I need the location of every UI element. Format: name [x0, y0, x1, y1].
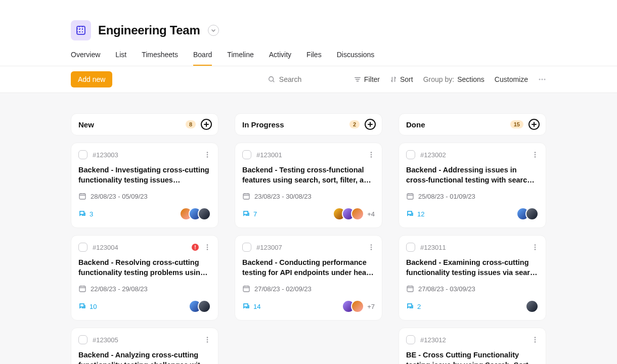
avatar[interactable]: [525, 300, 539, 313]
svg-point-4: [544, 79, 546, 80]
task-comments[interactable]: 12: [406, 210, 424, 218]
task-card[interactable]: #123005 Backend - Analyzing cross-cuttin…: [71, 328, 218, 364]
card-menu-icon[interactable]: [368, 244, 375, 251]
svg-point-19: [371, 156, 372, 158]
task-checkbox[interactable]: [242, 150, 251, 159]
task-checkbox[interactable]: [78, 335, 87, 344]
column-add-button[interactable]: [528, 119, 540, 130]
task-comments[interactable]: 3: [78, 210, 93, 218]
tab-list[interactable]: List: [115, 51, 126, 66]
tab-overview[interactable]: Overview: [71, 51, 100, 66]
task-assignees: +7: [342, 300, 375, 313]
task-card[interactable]: #123002 Backend - Addressing issues in c…: [399, 143, 546, 228]
task-id: #123003: [93, 151, 118, 159]
title-chevron-icon[interactable]: [208, 25, 219, 36]
toolbar: Add new Filter Sort Group by: Sections C…: [0, 66, 617, 93]
task-title: Backend - Resolving cross-cutting functi…: [78, 258, 211, 278]
svg-rect-32: [407, 286, 413, 292]
column-add-button[interactable]: [365, 119, 376, 130]
column-title: In Progress: [242, 120, 284, 129]
task-checkbox[interactable]: [242, 243, 251, 252]
task-id: #123004: [93, 244, 118, 251]
svg-point-30: [535, 247, 536, 248]
avatar[interactable]: [525, 207, 539, 220]
calendar-icon: [406, 285, 414, 293]
avatar[interactable]: [198, 300, 211, 313]
tab-discussions[interactable]: Discussions: [337, 51, 375, 66]
assignee-overflow: +4: [367, 210, 375, 218]
svg-point-34: [535, 339, 536, 341]
task-checkbox[interactable]: [406, 243, 415, 252]
task-dates: 25/08/23 - 01/09/23: [406, 192, 539, 200]
comments-icon: [242, 210, 250, 218]
comments-icon: [78, 210, 86, 218]
svg-rect-20: [243, 194, 249, 199]
svg-point-21: [371, 244, 372, 246]
tab-activity[interactable]: Activity: [269, 51, 291, 66]
more-icon[interactable]: [538, 75, 546, 83]
svg-point-17: [371, 152, 372, 153]
calendar-icon: [78, 285, 86, 293]
card-menu-icon[interactable]: [204, 336, 211, 343]
groupby-control[interactable]: Group by: Sections: [423, 75, 484, 83]
customize-button[interactable]: Customize: [495, 75, 528, 83]
comments-icon: [78, 302, 86, 310]
task-checkbox[interactable]: [78, 243, 87, 252]
task-card[interactable]: #123007 Backend - Conducting performance…: [235, 235, 382, 321]
avatar[interactable]: [351, 207, 364, 220]
task-checkbox[interactable]: [406, 150, 415, 159]
search[interactable]: [268, 75, 344, 83]
task-title: Backend - Conducting performance testing…: [242, 258, 375, 278]
task-title: Backend - Testing cross-functional featu…: [242, 165, 375, 185]
svg-point-13: [207, 337, 208, 339]
avatar[interactable]: [351, 300, 364, 313]
task-card[interactable]: #123012 BE - Cross Cutting Functionality…: [399, 328, 546, 364]
task-checkbox[interactable]: [406, 335, 415, 344]
column-title: Done: [406, 120, 425, 129]
task-card[interactable]: #123001 Backend - Testing cross-function…: [235, 143, 382, 228]
svg-point-3: [542, 79, 543, 80]
column-count-badge: 15: [510, 120, 523, 128]
column: Done 15 #123002 Backend - Addressing iss…: [399, 113, 546, 364]
task-comments[interactable]: 14: [242, 302, 260, 310]
svg-rect-24: [243, 286, 249, 292]
svg-point-33: [535, 337, 536, 339]
card-menu-icon[interactable]: [204, 244, 211, 251]
task-assignees: +4: [333, 207, 375, 220]
card-menu-icon[interactable]: [368, 151, 375, 158]
column-add-button[interactable]: [201, 119, 212, 130]
filter-button[interactable]: Filter: [354, 75, 380, 83]
svg-point-22: [371, 247, 372, 248]
avatar[interactable]: [198, 207, 211, 220]
task-card[interactable]: #123003 Backend - Investigating cross-cu…: [71, 143, 218, 228]
task-card[interactable]: #123011 Backend - Examining cross-cuttin…: [399, 235, 546, 321]
filter-icon: [354, 76, 361, 83]
card-menu-icon[interactable]: [204, 151, 211, 158]
sort-button[interactable]: Sort: [390, 75, 413, 83]
card-menu-icon[interactable]: [532, 244, 539, 251]
card-menu-icon[interactable]: [532, 151, 539, 158]
tab-files[interactable]: Files: [306, 51, 322, 66]
task-comments[interactable]: 7: [242, 210, 257, 218]
task-dates: 28/08/23 - 05/09/23: [78, 192, 211, 200]
svg-point-14: [207, 339, 208, 341]
tab-timeline[interactable]: Timeline: [227, 51, 253, 66]
column-header: In Progress 2: [235, 113, 382, 135]
svg-point-31: [535, 249, 536, 250]
svg-rect-0: [77, 26, 85, 34]
comments-icon: [406, 210, 414, 218]
search-input[interactable]: [279, 75, 344, 83]
task-title: Backend - Investigating cross-cutting fu…: [78, 165, 211, 185]
add-new-button[interactable]: Add new: [71, 71, 112, 87]
task-assignees: [180, 207, 211, 220]
task-comments[interactable]: 10: [78, 302, 97, 310]
svg-point-29: [535, 244, 536, 246]
tab-timesheets[interactable]: Timesheets: [142, 51, 178, 66]
task-card[interactable]: #123004 !Backend - Resolving cross-cutti…: [71, 235, 218, 321]
tab-board[interactable]: Board: [193, 51, 212, 66]
task-checkbox[interactable]: [78, 150, 87, 159]
card-menu-icon[interactable]: [532, 336, 539, 343]
alert-icon: !: [192, 244, 199, 251]
task-id: #123012: [420, 336, 446, 344]
task-comments[interactable]: 2: [406, 302, 421, 310]
